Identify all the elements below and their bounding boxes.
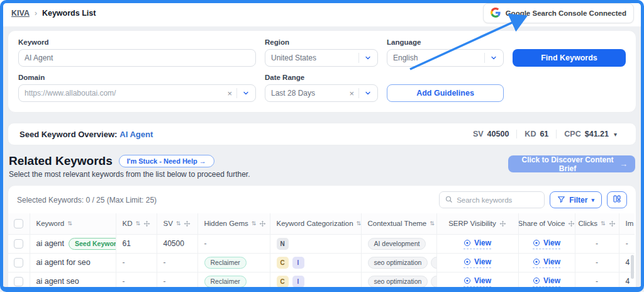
sort-icon[interactable]: ⇅ <box>135 220 140 227</box>
row-select-cell[interactable] <box>8 234 30 253</box>
sort-icon[interactable]: ⇅ <box>67 220 72 227</box>
move-column-icon[interactable] <box>259 220 266 227</box>
related-keywords-title: Related Keywords <box>9 154 113 168</box>
move-column-icon[interactable] <box>143 220 150 227</box>
column-header-im[interactable]: Im <box>619 213 635 234</box>
column-header-share-of-voice[interactable]: Share of Voice <box>518 213 575 234</box>
share-of-voice-cell[interactable]: View <box>518 253 575 272</box>
language-select[interactable]: English <box>387 49 504 67</box>
contextual-theme-cell: seo optimizationai technology <box>361 272 436 291</box>
move-column-icon[interactable] <box>184 220 191 227</box>
keyword-search-form: Keyword Region United States Language <box>8 30 636 113</box>
row-checkbox[interactable] <box>14 239 23 249</box>
share-of-voice-view-link[interactable]: View <box>533 257 560 268</box>
keyword-search-box[interactable] <box>439 191 545 208</box>
impressions-cell: - <box>619 234 635 253</box>
add-guidelines-button[interactable]: Add Guidelines <box>387 84 504 102</box>
keyword-text: ai agent <box>36 239 64 248</box>
column-header-hidden-gems[interactable]: Hidden Gems⇅ <box>197 213 270 234</box>
move-column-icon[interactable] <box>499 220 506 227</box>
clear-icon[interactable]: × <box>225 89 236 98</box>
serp-visibility-view-link[interactable]: View <box>464 257 491 268</box>
domain-input[interactable] <box>25 89 225 98</box>
chevron-down-icon[interactable] <box>237 89 250 97</box>
sort-icon[interactable]: ⇅ <box>252 220 257 227</box>
table-scrollbar[interactable] <box>631 255 634 279</box>
google-logo-icon <box>491 8 501 19</box>
need-help-button[interactable]: I'm Stuck - Need Help → <box>119 155 214 167</box>
language-label: Language <box>387 38 504 46</box>
google-search-console-badge[interactable]: Google Search Console Connected <box>483 3 634 23</box>
serp-visibility-cell[interactable]: View <box>436 234 518 253</box>
column-label: SV <box>164 220 173 227</box>
serp-visibility-view-link[interactable]: View <box>464 239 491 249</box>
move-column-icon[interactable] <box>568 220 575 227</box>
filter-button[interactable]: Filter ▾ <box>550 191 602 208</box>
contextual-theme-cell: AI development <box>361 234 436 253</box>
seed-keyword-value: AI Agent <box>119 130 153 139</box>
column-header-keyword[interactable]: Keyword⇅ <box>30 213 116 234</box>
kd-cell: - <box>116 272 157 291</box>
sv-cell: - <box>157 272 197 291</box>
serp-visibility-view-link[interactable]: View <box>464 276 491 287</box>
keyword-cell: ai agentSeed Keyword <box>30 234 116 253</box>
seed-keyword-overview-bar: Seed Keyword Overview:AI Agent SV 40500 … <box>8 123 636 145</box>
hidden-gem-badge: Reclaimer <box>204 276 247 288</box>
share-of-voice-view-link[interactable]: View <box>533 239 560 249</box>
column-header-sv[interactable]: SV⇅ <box>157 213 197 234</box>
sort-icon[interactable]: ⇅ <box>601 220 606 227</box>
contextual-theme-badge: ai technology <box>431 276 436 288</box>
clicks-cell: - <box>575 253 619 272</box>
date-range-select[interactable]: Last 28 Days × <box>265 84 378 102</box>
keyword-text: ai agent seo <box>36 277 79 286</box>
chevron-down-icon[interactable] <box>359 54 372 62</box>
categorization-badge-i: I <box>292 257 304 269</box>
column-header-contextual-theme[interactable]: Contextual Theme⇅ <box>361 213 436 234</box>
breadcrumb-current: Keywords List <box>42 9 96 18</box>
chevron-down-icon[interactable] <box>359 89 372 97</box>
funnel-icon <box>557 195 565 205</box>
keyword-field: Keyword <box>18 38 256 67</box>
share-of-voice-view-link[interactable]: View <box>533 276 560 287</box>
row-checkbox[interactable] <box>14 277 23 286</box>
clear-icon[interactable]: × <box>347 89 358 98</box>
share-of-voice-cell[interactable]: View <box>518 272 575 291</box>
keyword-input[interactable] <box>25 53 250 62</box>
chevron-down-icon[interactable] <box>485 54 497 62</box>
sort-icon[interactable]: ⇅ <box>176 220 181 227</box>
column-header-clicks[interactable]: Clicks⇅ <box>575 213 619 234</box>
sort-icon[interactable]: ⇅ <box>357 220 361 227</box>
related-keywords-section: Related Keywords I'm Stuck - Need Help →… <box>8 154 636 179</box>
sort-icon[interactable]: ⇅ <box>430 220 435 227</box>
select-all-header[interactable] <box>8 213 30 234</box>
contextual-theme-badge: seo optimization <box>368 276 428 288</box>
column-settings-button[interactable] <box>607 191 627 208</box>
kd-cell: - <box>116 253 157 272</box>
breadcrumb-kiva-link[interactable]: KIVA <box>11 9 30 18</box>
column-header-serp-visibility[interactable]: SERP Visibility <box>436 213 518 234</box>
row-select-cell[interactable] <box>8 253 30 272</box>
move-column-icon[interactable] <box>609 220 616 227</box>
column-header-keyword-categorization[interactable]: Keyword Categorization⇅ <box>270 213 361 234</box>
seed-stats[interactable]: SV 40500 KD 61 CPC $41.21 ▾ <box>465 130 625 138</box>
keyword-text: ai agent for seo <box>36 258 91 267</box>
caret-down-icon[interactable]: ▾ <box>614 131 617 138</box>
table-row: ai agent for seo--ReclaimerCIseo optimiz… <box>8 253 635 272</box>
serp-visibility-cell[interactable]: View <box>436 253 518 272</box>
keyword-cell: ai agent for seo <box>30 253 116 272</box>
caret-down-icon: ▾ <box>591 197 594 203</box>
region-select[interactable]: United States <box>265 49 378 67</box>
discover-content-brief-button[interactable]: Click to Discover Content Brief → <box>508 155 635 172</box>
find-keywords-button[interactable]: Find Keywords <box>513 49 626 67</box>
column-header-kd[interactable]: KD⇅ <box>116 213 157 234</box>
kd-cell: 61 <box>116 234 157 253</box>
row-checkbox[interactable] <box>14 258 23 267</box>
clicks-cell: - <box>575 234 619 253</box>
stat-keyword-difficulty: KD 61 <box>516 130 556 138</box>
share-of-voice-cell[interactable]: View <box>518 234 575 253</box>
serp-visibility-cell[interactable]: View <box>436 272 518 291</box>
select-all-checkbox[interactable] <box>14 219 23 228</box>
date-range-label: Date Range <box>265 74 378 81</box>
row-select-cell[interactable] <box>8 272 30 291</box>
search-keywords-input[interactable] <box>457 196 538 204</box>
